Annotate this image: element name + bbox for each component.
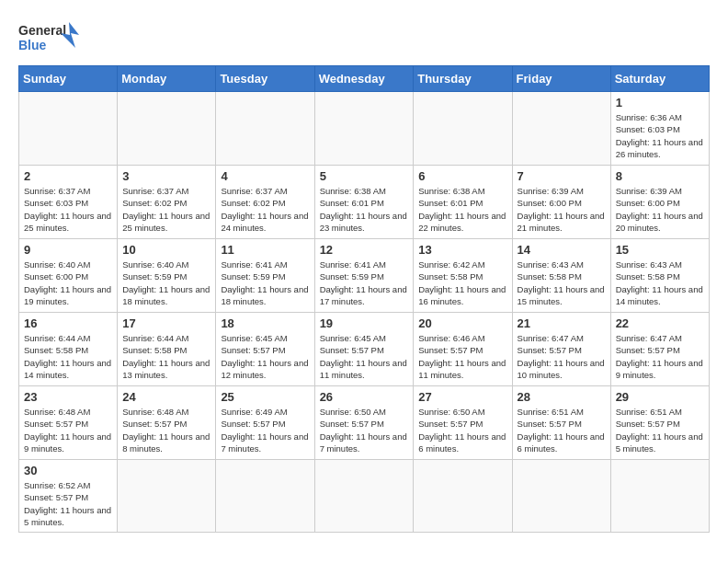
col-header-monday: Monday — [118, 66, 216, 92]
day-number: 9 — [24, 243, 112, 257]
day-cell: 7Sunrise: 6:39 AM Sunset: 6:00 PM Daylig… — [512, 166, 610, 239]
day-cell: 14Sunrise: 6:43 AM Sunset: 5:58 PM Dayli… — [512, 239, 610, 313]
day-cell: 3Sunrise: 6:37 AM Sunset: 6:02 PM Daylig… — [118, 166, 216, 239]
logo: General Blue — [18, 18, 83, 60]
day-cell: 23Sunrise: 6:48 AM Sunset: 5:57 PM Dayli… — [19, 386, 118, 460]
day-number: 18 — [221, 316, 309, 330]
day-number: 8 — [616, 169, 704, 183]
day-info: Sunrise: 6:40 AM Sunset: 6:00 PM Dayligh… — [24, 259, 112, 307]
week-row-3: 9Sunrise: 6:40 AM Sunset: 6:00 PM Daylig… — [19, 239, 710, 313]
day-cell: 20Sunrise: 6:46 AM Sunset: 5:57 PM Dayli… — [414, 313, 512, 386]
day-info: Sunrise: 6:47 AM Sunset: 5:57 PM Dayligh… — [518, 332, 606, 381]
day-info: Sunrise: 6:48 AM Sunset: 5:57 PM Dayligh… — [24, 406, 112, 454]
generalblue-logo: General Blue — [18, 18, 83, 60]
week-row-2: 2Sunrise: 6:37 AM Sunset: 6:03 PM Daylig… — [19, 166, 710, 239]
day-cell — [610, 460, 709, 533]
day-info: Sunrise: 6:37 AM Sunset: 6:03 PM Dayligh… — [24, 185, 112, 234]
day-info: Sunrise: 6:41 AM Sunset: 5:59 PM Dayligh… — [320, 259, 409, 307]
day-info: Sunrise: 6:37 AM Sunset: 6:02 PM Dayligh… — [122, 185, 210, 234]
day-cell: 13Sunrise: 6:42 AM Sunset: 5:58 PM Dayli… — [414, 239, 512, 313]
day-info: Sunrise: 6:46 AM Sunset: 5:57 PM Dayligh… — [418, 332, 506, 381]
day-cell: 27Sunrise: 6:50 AM Sunset: 5:57 PM Dayli… — [414, 386, 512, 460]
day-cell — [414, 92, 512, 166]
week-row-4: 16Sunrise: 6:44 AM Sunset: 5:58 PM Dayli… — [19, 313, 710, 386]
day-info: Sunrise: 6:43 AM Sunset: 5:58 PM Dayligh… — [518, 259, 606, 307]
day-cell: 16Sunrise: 6:44 AM Sunset: 5:58 PM Dayli… — [19, 313, 118, 386]
day-info: Sunrise: 6:51 AM Sunset: 5:57 PM Dayligh… — [518, 406, 606, 454]
day-info: Sunrise: 6:44 AM Sunset: 5:58 PM Dayligh… — [122, 332, 210, 381]
day-number: 6 — [418, 169, 506, 183]
day-info: Sunrise: 6:36 AM Sunset: 6:03 PM Dayligh… — [616, 111, 704, 160]
day-number: 13 — [418, 243, 506, 257]
day-info: Sunrise: 6:43 AM Sunset: 5:58 PM Dayligh… — [616, 259, 704, 307]
day-cell — [314, 92, 414, 166]
calendar-header-row: SundayMondayTuesdayWednesdayThursdayFrid… — [19, 66, 710, 92]
day-cell: 29Sunrise: 6:51 AM Sunset: 5:57 PM Dayli… — [610, 386, 709, 460]
day-cell: 4Sunrise: 6:37 AM Sunset: 6:02 PM Daylig… — [216, 166, 314, 239]
day-cell: 18Sunrise: 6:45 AM Sunset: 5:57 PM Dayli… — [216, 313, 314, 386]
day-info: Sunrise: 6:44 AM Sunset: 5:58 PM Dayligh… — [24, 332, 112, 381]
day-number: 1 — [616, 96, 704, 109]
col-header-friday: Friday — [512, 66, 610, 92]
day-number: 3 — [122, 169, 210, 183]
day-cell — [216, 92, 314, 166]
day-info: Sunrise: 6:42 AM Sunset: 5:58 PM Dayligh… — [418, 259, 506, 307]
day-info: Sunrise: 6:48 AM Sunset: 5:57 PM Dayligh… — [122, 406, 210, 454]
day-info: Sunrise: 6:47 AM Sunset: 5:57 PM Dayligh… — [616, 332, 704, 381]
day-number: 10 — [122, 243, 210, 257]
day-number: 2 — [24, 169, 112, 183]
day-number: 17 — [122, 316, 210, 330]
day-number: 28 — [518, 390, 606, 404]
day-info: Sunrise: 6:41 AM Sunset: 5:59 PM Dayligh… — [221, 259, 309, 307]
day-info: Sunrise: 6:45 AM Sunset: 5:57 PM Dayligh… — [320, 332, 409, 381]
day-info: Sunrise: 6:37 AM Sunset: 6:02 PM Dayligh… — [221, 185, 309, 234]
day-number: 14 — [518, 243, 606, 257]
day-info: Sunrise: 6:50 AM Sunset: 5:57 PM Dayligh… — [418, 406, 506, 454]
day-cell: 28Sunrise: 6:51 AM Sunset: 5:57 PM Dayli… — [512, 386, 610, 460]
day-cell — [19, 92, 118, 166]
day-info: Sunrise: 6:40 AM Sunset: 5:59 PM Dayligh… — [122, 259, 210, 307]
day-number: 27 — [418, 390, 506, 404]
day-cell — [512, 92, 610, 166]
col-header-thursday: Thursday — [414, 66, 512, 92]
day-cell: 6Sunrise: 6:38 AM Sunset: 6:01 PM Daylig… — [414, 166, 512, 239]
col-header-sunday: Sunday — [19, 66, 118, 92]
day-info: Sunrise: 6:39 AM Sunset: 6:00 PM Dayligh… — [518, 185, 606, 234]
day-cell — [118, 92, 216, 166]
day-cell: 25Sunrise: 6:49 AM Sunset: 5:57 PM Dayli… — [216, 386, 314, 460]
day-info: Sunrise: 6:39 AM Sunset: 6:00 PM Dayligh… — [616, 185, 704, 234]
day-cell: 21Sunrise: 6:47 AM Sunset: 5:57 PM Dayli… — [512, 313, 610, 386]
day-cell: 11Sunrise: 6:41 AM Sunset: 5:59 PM Dayli… — [216, 239, 314, 313]
week-row-1: 1Sunrise: 6:36 AM Sunset: 6:03 PM Daylig… — [19, 92, 710, 166]
day-number: 4 — [221, 169, 309, 183]
day-cell: 17Sunrise: 6:44 AM Sunset: 5:58 PM Dayli… — [118, 313, 216, 386]
day-number: 11 — [221, 243, 309, 257]
col-header-wednesday: Wednesday — [314, 66, 414, 92]
day-cell: 1Sunrise: 6:36 AM Sunset: 6:03 PM Daylig… — [610, 92, 709, 166]
day-cell — [216, 460, 314, 533]
day-cell: 22Sunrise: 6:47 AM Sunset: 5:57 PM Dayli… — [610, 313, 709, 386]
day-number: 24 — [122, 390, 210, 404]
day-number: 20 — [418, 316, 506, 330]
day-info: Sunrise: 6:38 AM Sunset: 6:01 PM Dayligh… — [320, 185, 409, 234]
day-info: Sunrise: 6:52 AM Sunset: 5:57 PM Dayligh… — [24, 479, 112, 528]
day-info: Sunrise: 6:51 AM Sunset: 5:57 PM Dayligh… — [616, 406, 704, 454]
day-cell: 24Sunrise: 6:48 AM Sunset: 5:57 PM Dayli… — [118, 386, 216, 460]
svg-text:Blue: Blue — [18, 38, 47, 52]
day-cell: 12Sunrise: 6:41 AM Sunset: 5:59 PM Dayli… — [314, 239, 414, 313]
day-number: 16 — [24, 316, 112, 330]
calendar: SundayMondayTuesdayWednesdayThursdayFrid… — [18, 65, 710, 533]
day-number: 26 — [320, 390, 409, 404]
day-number: 29 — [616, 390, 704, 404]
day-info: Sunrise: 6:49 AM Sunset: 5:57 PM Dayligh… — [221, 406, 309, 454]
day-cell — [118, 460, 216, 533]
header: General Blue — [18, 18, 710, 60]
week-row-6: 30Sunrise: 6:52 AM Sunset: 5:57 PM Dayli… — [19, 460, 710, 533]
day-info: Sunrise: 6:45 AM Sunset: 5:57 PM Dayligh… — [221, 332, 309, 381]
day-cell: 2Sunrise: 6:37 AM Sunset: 6:03 PM Daylig… — [19, 166, 118, 239]
day-number: 5 — [320, 169, 409, 183]
day-number: 25 — [221, 390, 309, 404]
day-number: 23 — [24, 390, 112, 404]
col-header-saturday: Saturday — [610, 66, 709, 92]
day-cell: 19Sunrise: 6:45 AM Sunset: 5:57 PM Dayli… — [314, 313, 414, 386]
